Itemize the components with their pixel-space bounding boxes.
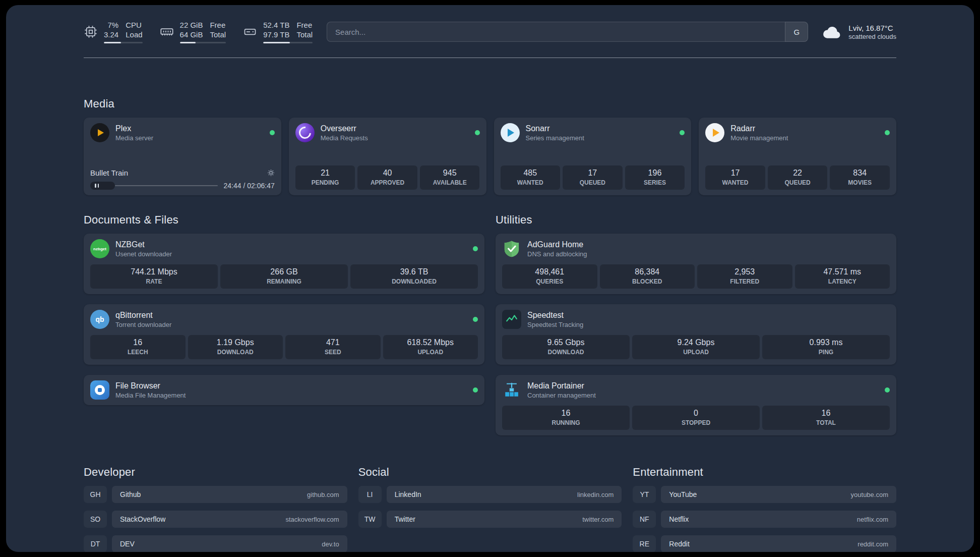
memory-widget: 22 GiB 64 GiB Free Total <box>160 20 226 43</box>
search-provider-button[interactable]: G <box>785 22 808 42</box>
stat-block: 47.571 ms LATENCY <box>795 264 890 289</box>
stat-label: SEED <box>287 349 379 356</box>
player-progress[interactable] <box>90 182 218 190</box>
stat-block: 834 MOVIES <box>830 165 890 190</box>
group-title: Social <box>358 466 622 479</box>
bookmark-name: DEV <box>120 540 135 548</box>
bookmark-pill: LinkedIn linkedin.com <box>387 486 622 503</box>
group-utilities: Utilities AdGu <box>496 213 896 435</box>
portainer-icon <box>502 380 521 400</box>
stat-label: WANTED <box>503 179 559 186</box>
service-stats: 485 WANTED 17 QUEUED 196 SERIES <box>501 159 685 190</box>
settings-icon[interactable] <box>267 169 275 177</box>
service-header: NZBGet Usenet downloader <box>90 239 478 258</box>
stat-block: 0 STOPPED <box>632 406 760 430</box>
service-name: Sonarr <box>526 124 584 133</box>
stat-label: STOPPED <box>634 419 758 426</box>
bookmark-stackoverflow[interactable]: SO StackOverflow stackoverflow.com <box>84 511 347 528</box>
stat-value: 618.52 Mbps <box>385 338 476 347</box>
service-card-speedtest[interactable]: Speedtest Speedtest Tracking 9.65 Gbps D… <box>496 304 896 365</box>
service-header: File Browser Media File Management <box>90 380 478 400</box>
bookmark-columns: Developer GH Github github.com SO StackO… <box>84 466 896 552</box>
player-track-title: Bullet Train <box>90 169 128 177</box>
stat-block: 86,384 BLOCKED <box>600 264 695 289</box>
bookmark-name: LinkedIn <box>395 490 421 498</box>
cpu-bar-fill <box>104 42 121 43</box>
stat-block: 266 GB REMAINING <box>220 264 348 289</box>
stat-block: 196 SERIES <box>625 165 685 190</box>
stat-block: 16 TOTAL <box>762 406 890 430</box>
cpu-readout: 7% 3.24 CPU Load <box>104 20 143 43</box>
sonarr-icon <box>501 123 520 142</box>
status-dot <box>885 130 890 135</box>
stat-block: 40 APPROVED <box>357 165 417 190</box>
service-description: Torrent downloader <box>115 321 171 328</box>
bookmark-domain: dev.to <box>322 540 339 548</box>
service-card-nzbget[interactable]: NZBGet Usenet downloader 744.21 Mbps RAT… <box>84 234 484 294</box>
service-name: AdGuard Home <box>527 240 587 249</box>
bookmark-list: YT YouTube youtube.com NF Netflix netfli… <box>633 486 896 552</box>
stat-value: 266 GB <box>222 267 346 276</box>
bookmark-youtube[interactable]: YT YouTube youtube.com <box>633 486 896 503</box>
service-titles: Radarr Movie management <box>730 124 788 142</box>
memory-icon <box>160 25 174 39</box>
stat-value: 1.19 Gbps <box>190 338 281 347</box>
bookmark-twitter[interactable]: TW Twitter twitter.com <box>358 511 622 528</box>
bookmark-pill: StackOverflow stackoverflow.com <box>112 511 347 528</box>
service-card-overseerr[interactable]: Overseerr Media Requests 21 PENDING 40 A… <box>289 118 486 195</box>
bookmark-abbr: LI <box>358 486 382 503</box>
stat-value: 17 <box>707 169 763 178</box>
service-card-filebrowser[interactable]: File Browser Media File Management <box>84 375 484 405</box>
search-input[interactable] <box>327 22 785 42</box>
disk-bar-fill <box>263 42 290 43</box>
bookmark-dev[interactable]: DT DEV dev.to <box>84 535 347 552</box>
bookmark-linkedin[interactable]: LI LinkedIn linkedin.com <box>358 486 622 503</box>
service-titles: AdGuard Home DNS and adblocking <box>527 240 587 258</box>
service-card-sonarr[interactable]: Sonarr Series management 485 WANTED 17 Q… <box>494 118 692 195</box>
weather-location: Lviv, 16.87°C <box>848 23 896 33</box>
status-dot <box>475 130 480 135</box>
bookmark-reddit[interactable]: RE Reddit reddit.com <box>633 535 896 552</box>
media-grid: Plex Media server Bullet Train <box>84 118 896 195</box>
stat-value: 16 <box>504 409 628 418</box>
cpu-label-bottom: Load <box>126 30 142 39</box>
bookmark-name: YouTube <box>669 490 697 498</box>
stat-value: 485 <box>503 169 559 178</box>
qbittorrent-icon <box>90 310 109 329</box>
group-social: Social LI LinkedIn linkedin.com TW Twitt… <box>358 466 622 552</box>
service-card-portainer[interactable]: Media Portainer Container management 16 … <box>496 375 896 435</box>
stat-label: LATENCY <box>797 278 888 285</box>
stat-value: 2,953 <box>699 267 790 276</box>
memory-total: 64 GiB <box>180 30 203 39</box>
cloud-icon <box>822 24 842 39</box>
service-stats: 9.65 Gbps DOWNLOAD 9.24 Gbps UPLOAD 0.99… <box>502 329 890 359</box>
status-dot <box>885 387 890 393</box>
stat-label: SERIES <box>627 179 683 186</box>
stat-block: 21 PENDING <box>295 165 355 190</box>
service-card-plex[interactable]: Plex Media server Bullet Train <box>84 118 281 195</box>
stat-label: QUERIES <box>504 278 595 285</box>
bookmark-netflix[interactable]: NF Netflix netflix.com <box>633 511 896 528</box>
service-card-adguard[interactable]: AdGuard Home DNS and adblocking 498,461 … <box>496 234 896 294</box>
service-card-qbittorrent[interactable]: qBittorrent Torrent downloader 16 LEECH <box>84 304 484 365</box>
stat-block: 9.65 Gbps DOWNLOAD <box>502 335 630 359</box>
service-header: Overseerr Media Requests <box>295 123 480 142</box>
service-stats: 16 RUNNING 0 STOPPED 16 TOTAL <box>502 400 890 430</box>
group-title: Utilities <box>496 213 896 227</box>
service-name: Overseerr <box>321 124 368 133</box>
service-stats: 16 LEECH 1.19 Gbps DOWNLOAD 471 SEED <box>90 329 478 359</box>
memory-bar <box>180 42 226 43</box>
bookmark-domain: twitter.com <box>582 516 614 523</box>
service-stats: 21 PENDING 40 APPROVED 945 AVAILABLE <box>295 159 480 190</box>
dashboard: 7% 3.24 CPU Load <box>6 5 974 552</box>
bookmark-abbr: YT <box>633 486 656 503</box>
pause-button[interactable] <box>95 184 99 188</box>
service-card-radarr[interactable]: Radarr Movie management 17 WANTED 22 QUE… <box>699 118 896 195</box>
stat-label: DOWNLOADED <box>352 278 476 285</box>
service-name: Plex <box>115 124 153 133</box>
bookmark-github[interactable]: GH Github github.com <box>84 486 347 503</box>
bookmark-name: StackOverflow <box>120 515 165 523</box>
service-titles: qBittorrent Torrent downloader <box>115 311 171 328</box>
player-progress-fill <box>90 182 115 190</box>
bookmark-name: Reddit <box>669 540 689 548</box>
